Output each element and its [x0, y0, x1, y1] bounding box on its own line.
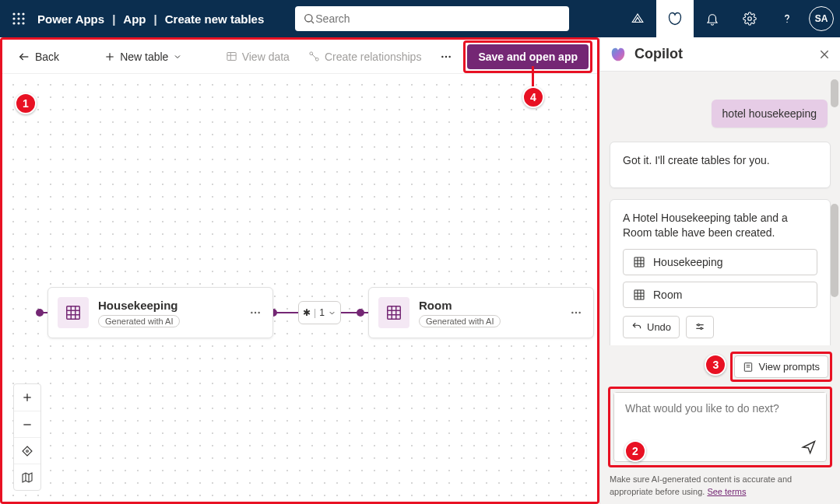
arrow-left-icon [18, 51, 30, 63]
svg-point-4 [17, 17, 19, 19]
svg-point-21 [442, 55, 444, 57]
chip-label: Housekeeping [653, 256, 723, 268]
table-card-room[interactable]: Room Generated with AI [368, 287, 594, 338]
save-open-label: Save and open app [478, 51, 578, 63]
scrollbar[interactable] [829, 72, 840, 345]
table-card-more-button[interactable] [246, 303, 265, 322]
scrollbar-thumb[interactable] [831, 79, 838, 107]
svg-point-62 [701, 327, 702, 329]
breadcrumb: Power Apps | App | Create new tables [37, 12, 264, 26]
header-actions: SA [619, 0, 840, 37]
scrollbar-thumb[interactable] [831, 204, 838, 297]
app-launcher-button[interactable] [0, 0, 37, 37]
chevron-down-icon [173, 52, 182, 61]
user-avatar[interactable]: SA [809, 6, 834, 31]
breadcrumb-app[interactable]: App [123, 12, 146, 26]
zoom-out-button[interactable] [14, 411, 40, 437]
copilot-footer: 3 View prompts 2 Make sure AI-genera [600, 345, 840, 504]
table-card-title: Room [419, 299, 557, 312]
svg-line-10 [311, 21, 314, 23]
global-search[interactable] [295, 6, 569, 31]
view-prompts-button[interactable]: View prompts [734, 355, 828, 378]
more-icon [249, 306, 262, 319]
svg-point-43 [26, 450, 29, 452]
svg-point-6 [12, 22, 15, 24]
canvas-area: 1 4 Back New table View data Create rela [0, 37, 599, 504]
suggested-table-room[interactable]: Room [623, 282, 817, 308]
chevron-down-icon [328, 309, 336, 317]
table-card-housekeeping[interactable]: Housekeeping Generated with AI [47, 287, 273, 338]
svg-point-2 [22, 12, 24, 15]
svg-point-39 [578, 312, 580, 313]
svg-point-38 [575, 312, 577, 313]
sliders-icon [694, 321, 705, 332]
svg-point-3 [12, 17, 15, 19]
breadcrumb-page[interactable]: Create new tables [165, 12, 265, 26]
grid-icon [633, 289, 645, 301]
adjust-button[interactable] [686, 316, 714, 338]
relationship-pill[interactable]: ✱ | 1 [298, 301, 341, 324]
view-data-label: View data [242, 51, 290, 63]
copilot-logo-icon [610, 46, 627, 63]
prompt-input-highlight: 2 [608, 387, 832, 467]
environment-button[interactable] [619, 0, 656, 37]
fit-view-button[interactable] [14, 437, 40, 464]
settings-button[interactable] [731, 0, 768, 37]
canvas-toolbar: Back New table View data Create relation… [2, 40, 597, 74]
prompt-input[interactable] [614, 393, 826, 433]
copilot-pane: Copilot hotel housekeeping Got it. I'll … [599, 37, 840, 504]
ai-generated-badge: Generated with AI [98, 315, 180, 327]
new-table-button[interactable]: New table [97, 46, 190, 68]
copilot-conversation[interactable]: hotel housekeeping Got it. I'll create t… [600, 72, 840, 345]
zoom-controls [13, 383, 41, 491]
search-input[interactable] [315, 12, 561, 25]
breadcrumb-sep: | [154, 12, 157, 26]
bot-message-text: A Hotel Housekeeping table and a Room ta… [623, 211, 817, 241]
view-data-button: View data [218, 46, 297, 68]
more-actions-button[interactable] [432, 46, 460, 68]
suggested-table-housekeeping[interactable]: Housekeeping [623, 249, 817, 275]
create-relationships-button: Create relationships [301, 46, 430, 68]
undo-button[interactable]: Undo [623, 316, 680, 338]
more-icon [570, 306, 582, 319]
minus-icon [21, 418, 33, 431]
table-card-icon [58, 297, 89, 328]
user-message: hotel housekeeping [712, 100, 828, 128]
copilot-close-button[interactable] [818, 48, 831, 61]
notifications-button[interactable] [694, 0, 731, 37]
save-and-open-app-button[interactable]: Save and open app [467, 44, 589, 69]
svg-rect-24 [67, 306, 80, 320]
app-name[interactable]: Power Apps [37, 12, 104, 26]
help-icon [780, 12, 794, 26]
table-icon [226, 51, 237, 62]
waffle-icon [12, 12, 25, 25]
back-button[interactable]: Back [10, 46, 67, 68]
table-card-title: Housekeeping [98, 299, 237, 312]
svg-point-7 [17, 22, 19, 24]
ai-generated-badge: Generated with AI [419, 315, 501, 327]
help-button[interactable] [768, 0, 806, 37]
bot-message: A Hotel Housekeeping table and a Room ta… [610, 199, 831, 346]
see-terms-link[interactable]: See terms [707, 487, 746, 496]
svg-point-31 [258, 312, 259, 313]
close-icon [818, 48, 831, 61]
one-symbol: 1 [319, 307, 325, 318]
table-card-more-button[interactable] [567, 303, 585, 322]
copilot-toggle-button[interactable] [656, 0, 694, 37]
send-button[interactable] [792, 433, 826, 461]
svg-point-29 [251, 312, 252, 313]
zoom-in-button[interactable] [14, 384, 40, 411]
bot-message: Got it. I'll create tables for you. [610, 142, 831, 188]
callout-1: 1 [15, 93, 37, 114]
gear-icon [743, 12, 757, 26]
minimap-button[interactable] [14, 464, 40, 490]
svg-point-61 [698, 324, 699, 326]
svg-rect-49 [634, 257, 644, 267]
app-header: Power Apps | App | Create new tables SA [0, 0, 840, 37]
canvas-body[interactable]: Housekeeping Generated with AI ✱ | 1 [2, 74, 597, 502]
more-icon [440, 51, 452, 63]
copilot-icon [667, 11, 683, 26]
svg-rect-54 [634, 290, 644, 299]
grid-icon [633, 256, 645, 268]
save-open-highlight: Save and open app [463, 40, 592, 73]
